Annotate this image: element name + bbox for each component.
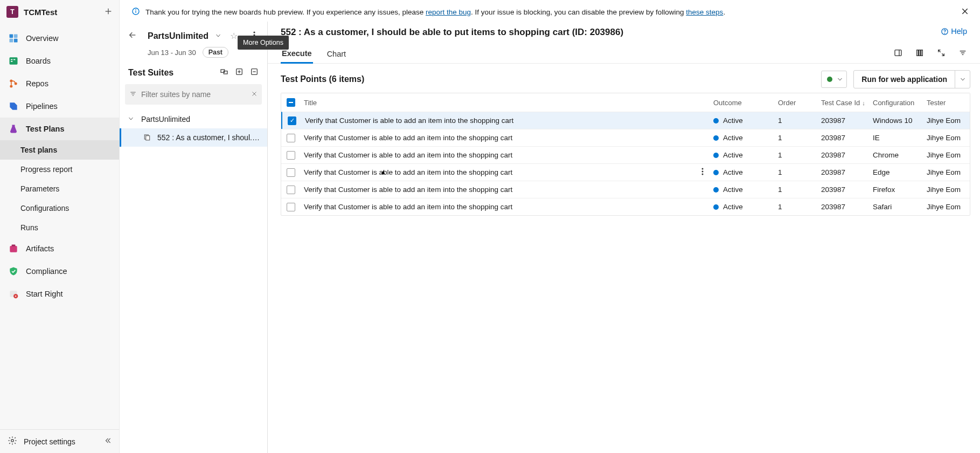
column-options-icon[interactable] — [915, 49, 924, 59]
row-title: Verify that Customer is able to add an i… — [304, 151, 707, 159]
suites-heading: Test Suites — [128, 68, 173, 78]
nav-label: Configurations — [20, 204, 69, 212]
svg-point-2 — [136, 10, 136, 10]
test-points-heading: Test Points (6 items) — [281, 74, 364, 84]
nav-repos[interactable]: Repos — [0, 72, 119, 95]
svg-point-24 — [253, 31, 255, 33]
col-outcome[interactable]: Outcome — [710, 99, 775, 107]
col-configuration[interactable]: Configuration — [870, 99, 923, 107]
banner-link-bug[interactable]: report the bug — [426, 8, 471, 16]
suites-filter[interactable] — [125, 84, 262, 105]
nav-sub-configurations[interactable]: Configurations — [0, 198, 119, 218]
banner-link-steps[interactable]: these steps — [686, 8, 723, 16]
sort-descending-icon: ↓ — [860, 100, 865, 106]
layout-panel-icon[interactable] — [894, 49, 902, 59]
help-link[interactable]: Help — [941, 27, 967, 36]
compliance-icon — [8, 265, 19, 277]
col-title[interactable]: Title — [301, 99, 710, 107]
row-configuration: Windows 10 — [870, 116, 923, 125]
row-checkbox[interactable] — [287, 203, 295, 211]
row-order: 1 — [775, 151, 818, 159]
table-filter-icon[interactable] — [958, 49, 967, 59]
row-order: 1 — [775, 203, 818, 211]
row-configuration: IE — [870, 134, 923, 142]
row-title: Verify that Customer is able to add an i… — [304, 203, 707, 211]
project-header[interactable]: T TCMTest — [0, 0, 119, 24]
test-suites-pane: PartsUnlimited ☆ More Options Jun 13 - J… — [120, 22, 268, 453]
nav-overview[interactable]: Overview — [0, 27, 119, 50]
nav-sub-runs[interactable]: Runs — [0, 218, 119, 237]
svg-rect-13 — [13, 59, 15, 60]
project-name: TCMTest — [24, 8, 57, 17]
tree-root[interactable]: PartsUnlimited — [120, 110, 267, 128]
back-icon[interactable] — [128, 31, 143, 41]
svg-rect-14 — [11, 61, 12, 62]
row-outcome: Active — [723, 203, 743, 211]
suite-folder-icon — [143, 133, 151, 142]
plan-name[interactable]: PartsUnlimited — [148, 31, 208, 41]
row-configuration: Safari — [870, 203, 923, 211]
run-button-chevron-icon[interactable] — [955, 71, 970, 88]
run-button[interactable]: Run for web application — [854, 71, 955, 88]
outcome-filter-button[interactable] — [821, 71, 847, 88]
row-test-case-id: 203987 — [818, 168, 870, 176]
chevron-down-icon[interactable] — [127, 115, 135, 123]
suites-filter-input[interactable] — [137, 90, 251, 99]
svg-rect-46 — [919, 50, 921, 56]
fullscreen-icon[interactable] — [937, 49, 946, 59]
suites-export-icon[interactable] — [250, 67, 259, 78]
row-tester: Jihye Eom — [923, 186, 967, 194]
table-row[interactable]: Verify that Customer is able to add an i… — [281, 181, 970, 198]
settings-label[interactable]: Project settings — [24, 437, 75, 446]
nav-label: Runs — [20, 223, 38, 232]
new-item-icon[interactable] — [104, 7, 113, 17]
svg-point-53 — [702, 168, 704, 170]
row-order: 1 — [775, 116, 818, 125]
row-order: 1 — [775, 186, 818, 194]
row-test-case-id: 203987 — [818, 116, 870, 125]
table-row[interactable]: Verify that Customer is able to add an i… — [281, 163, 970, 181]
nav-boards[interactable]: Boards — [0, 50, 119, 72]
row-checkbox[interactable] — [287, 168, 295, 177]
nav-test-plans[interactable]: Test Plans — [0, 118, 119, 140]
status-dot-icon — [827, 77, 832, 82]
tree-suite-item[interactable]: 552 : As a customer, I shoul... .. — [120, 128, 267, 147]
gear-icon[interactable] — [8, 436, 17, 447]
outcome-dot-icon — [713, 118, 719, 123]
nav-sub-test-plans[interactable]: Test plans — [0, 140, 119, 160]
project-avatar: T — [6, 6, 18, 18]
plan-picker-chevron-icon[interactable] — [213, 31, 224, 42]
banner-close-icon[interactable] — [958, 5, 971, 19]
nav-pipelines[interactable]: Pipelines — [0, 95, 119, 118]
row-checkbox[interactable] — [287, 134, 295, 142]
row-checkbox[interactable] — [287, 186, 295, 194]
nav-sub-progress[interactable]: Progress report — [0, 160, 119, 179]
nav-artifacts[interactable]: Artifacts — [0, 237, 119, 260]
collapse-sidebar-icon[interactable] — [102, 435, 114, 448]
row-checkbox[interactable] — [288, 116, 296, 125]
row-checkbox[interactable] — [287, 151, 295, 160]
table-row[interactable]: Verify that Customer is able to add an i… — [281, 146, 970, 163]
nav-label: Progress report — [20, 165, 72, 174]
select-all-checkbox[interactable] — [287, 98, 295, 107]
banner-text: Thank you for trying the new boards hub … — [145, 8, 725, 16]
col-tester[interactable]: Tester — [923, 99, 967, 107]
col-testcaseid[interactable]: Test Case Id↓ — [818, 99, 870, 107]
row-more-options-icon[interactable] — [698, 168, 707, 177]
suites-collapse-expand-icon[interactable] — [220, 67, 228, 78]
table-row[interactable]: Verify that Customer is able to add an i… — [281, 129, 970, 146]
tree-root-label: PartsUnlimited — [141, 115, 190, 123]
svg-rect-12 — [11, 59, 12, 60]
row-title: Verify that Customer is able to add an i… — [304, 168, 694, 176]
tree-suite-label: 552 : As a customer, I shoul... .. — [157, 133, 261, 142]
row-tester: Jihye Eom — [923, 151, 967, 159]
filter-clear-icon[interactable] — [251, 90, 258, 99]
table-row[interactable]: Verify that Customer is able to add an i… — [281, 198, 970, 215]
nav-start-right[interactable]: Start Right — [0, 283, 119, 305]
nav-compliance[interactable]: Compliance — [0, 260, 119, 283]
tab-chart[interactable]: Chart — [326, 44, 347, 64]
suites-add-icon[interactable] — [235, 67, 244, 78]
col-order[interactable]: Order — [775, 99, 818, 107]
nav-sub-parameters[interactable]: Parameters — [0, 179, 119, 198]
table-row[interactable]: Verify that Customer is able to add an i… — [281, 112, 970, 129]
